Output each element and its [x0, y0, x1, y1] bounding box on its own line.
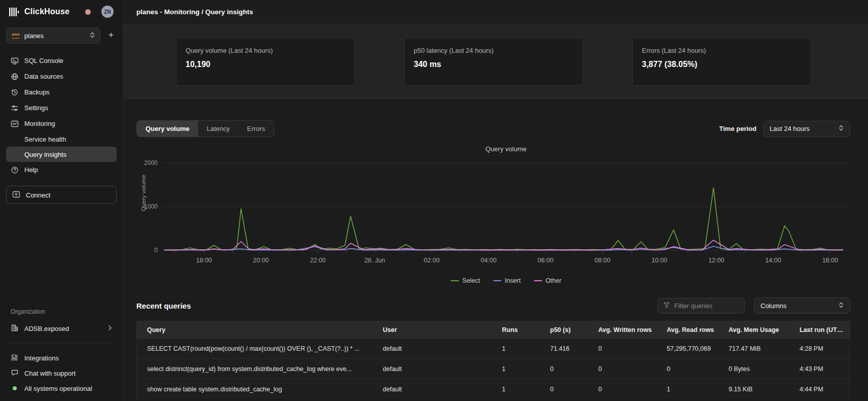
column-header-user[interactable]: User: [373, 326, 492, 333]
service-name: planes: [24, 32, 44, 40]
series-line-select: [164, 188, 843, 250]
cell-p50: 0: [540, 365, 588, 373]
avatar[interactable]: ZN: [101, 6, 114, 18]
recent-queries-header: Recent queries Columns: [136, 297, 850, 314]
legend-item-select[interactable]: Select: [451, 277, 480, 284]
service-row: aws planes +: [6, 27, 117, 44]
sidebar-item-sql-console[interactable]: SQL Console: [6, 53, 117, 69]
column-header-last-run[interactable]: Last run (UTC)^: [789, 326, 850, 333]
time-period-select[interactable]: Last 24 hours: [763, 121, 850, 137]
sidebar-subitem-label: Service health: [24, 136, 66, 143]
sidebar-item-settings[interactable]: Settings: [6, 100, 117, 116]
x-tick-label: 20:00: [253, 257, 269, 264]
sidebar-item-label: Backups: [24, 88, 50, 96]
filter-queries-input[interactable]: [674, 302, 739, 310]
chart-tabs: Query volume Latency Errors: [136, 120, 274, 137]
columns-label: Columns: [761, 302, 786, 310]
column-header-runs[interactable]: Runs: [492, 326, 540, 333]
cell-user: default: [373, 345, 492, 352]
organization-label: Organization: [6, 308, 117, 315]
legend-item-other[interactable]: Other: [534, 277, 561, 284]
sidebar-item-chat-support[interactable]: Chat with support: [6, 365, 117, 381]
add-service-button[interactable]: +: [105, 30, 117, 41]
puzzle-icon: [11, 353, 19, 363]
series-line-other: [164, 240, 843, 250]
table-row[interactable]: select distrinct(query_id) from system.d…: [137, 358, 850, 379]
stat-card-errors: Errors (Last 24 hours) 3,877 (38.05%): [632, 38, 811, 86]
sidebar-item-label: Monitoring: [24, 120, 55, 127]
terminal-icon: [11, 57, 19, 65]
cell-runs: 1: [492, 365, 540, 373]
connect-button[interactable]: Connect: [6, 186, 117, 204]
legend-label: Insert: [505, 277, 521, 284]
sidebar-item-label: Help: [24, 166, 38, 174]
cell-runs: 1: [492, 345, 540, 352]
x-tick-label: 04:00: [481, 257, 496, 264]
x-tick-label: 18:00: [196, 257, 212, 264]
chart-legend: Select Insert Other: [136, 277, 850, 284]
column-header-mem-usage[interactable]: Avg. Mem Usage: [718, 326, 789, 333]
stat-value: 10,190: [186, 60, 345, 69]
cell-p50: 0: [540, 386, 588, 393]
organization-selector[interactable]: ADSB.exposed: [6, 320, 117, 337]
chart-plot[interactable]: 01000200018:0020:0022:0028. Jun02:0004:0…: [136, 155, 850, 273]
x-tick-label: 12:00: [708, 257, 724, 264]
sidebar-item-label: Settings: [24, 104, 48, 112]
sidebar-item-data-sources[interactable]: Data sources: [6, 69, 117, 84]
column-header-query[interactable]: Query: [137, 326, 373, 333]
app-root: ClickHouse ZN aws planes + SQL Console: [0, 0, 868, 401]
cell-mem-usage: 717.47 MiB: [718, 345, 789, 352]
cell-query: SELECT CAST(round(pow(count() / max(coun…: [137, 345, 373, 352]
x-tick-label: 02:00: [424, 257, 440, 264]
logo-row: ClickHouse ZN: [6, 0, 117, 23]
x-tick-label: 14:00: [765, 257, 781, 264]
cell-read-rows: 0: [657, 365, 718, 373]
sidebar-nav: SQL Console Data sources Backups Setting…: [6, 53, 117, 178]
sidebar-item-monitoring[interactable]: Monitoring: [6, 116, 117, 131]
column-header-read-rows[interactable]: Avg. Read rows: [657, 326, 718, 333]
time-period-label: Time period: [719, 125, 756, 132]
tab-latency[interactable]: Latency: [198, 121, 239, 137]
time-period-control: Time period Last 24 hours: [719, 121, 850, 137]
chevron-up-down-icon: [90, 31, 95, 40]
sidebar-item-backups[interactable]: Backups: [6, 84, 117, 100]
sidebar-spacer: [6, 204, 117, 308]
legend-label: Select: [462, 277, 480, 284]
footer-item-label: Integrations: [24, 354, 59, 362]
x-tick-label: 16:00: [822, 257, 838, 264]
tab-errors[interactable]: Errors: [238, 121, 273, 137]
y-tick-label: 0: [154, 247, 158, 254]
stat-value: 340 ms: [414, 60, 573, 69]
table-row[interactable]: show create table system.distributed_cac…: [137, 379, 850, 399]
column-header-p50[interactable]: p50 (s): [540, 326, 588, 333]
stats-cards: Query volume (Last 24 hours) 10,190 p50 …: [176, 38, 811, 86]
stat-label: Errors (Last 24 hours): [642, 47, 802, 54]
cell-p50: 71.416: [540, 345, 588, 352]
sidebar-item-query-insights[interactable]: Query insights: [6, 147, 117, 162]
stat-card-p50-latency: p50 latency (Last 24 hours) 340 ms: [404, 38, 583, 86]
help-icon: [11, 166, 19, 174]
sidebar: ClickHouse ZN aws planes + SQL Console: [0, 0, 123, 401]
sidebar-item-help[interactable]: Help: [6, 162, 117, 178]
footer-item-label: Chat with support: [24, 370, 76, 377]
sidebar-item-label: Data sources: [24, 73, 63, 80]
sidebar-divider: [7, 343, 116, 343]
legend-swatch: [493, 280, 501, 282]
cell-mem-usage: 0 Bytes: [718, 365, 789, 373]
legend-item-insert[interactable]: Insert: [493, 277, 521, 284]
cell-query: select distrinct(query_id) from system.d…: [137, 365, 373, 373]
sidebar-item-integrations[interactable]: Integrations: [6, 350, 117, 365]
column-header-written-rows[interactable]: Avg. Written rows: [588, 326, 657, 333]
building-icon: [11, 324, 19, 333]
sidebar-item-service-health[interactable]: Service health: [6, 131, 117, 147]
time-period-value: Last 24 hours: [770, 125, 810, 132]
column-header-label: Last run (UTC): [800, 326, 844, 333]
cell-written-rows: 0: [588, 365, 657, 373]
system-status[interactable]: All systems operational: [6, 381, 117, 396]
columns-select[interactable]: Columns: [754, 297, 850, 314]
service-selector[interactable]: aws planes: [6, 27, 100, 44]
tab-query-volume[interactable]: Query volume: [137, 121, 198, 137]
cell-read-rows: 57,295,770,069: [657, 345, 718, 352]
table-row[interactable]: SELECT CAST(round(pow(count() / max(coun…: [137, 338, 850, 358]
connect-label: Connect: [26, 191, 50, 199]
